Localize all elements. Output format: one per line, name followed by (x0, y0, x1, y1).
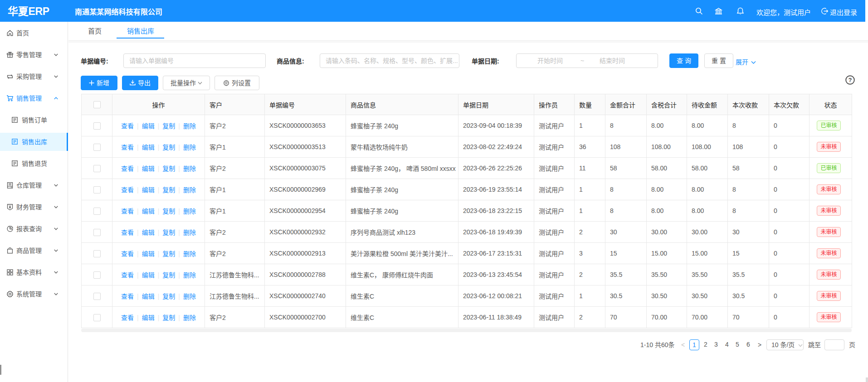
svg-text:?: ? (848, 77, 852, 83)
